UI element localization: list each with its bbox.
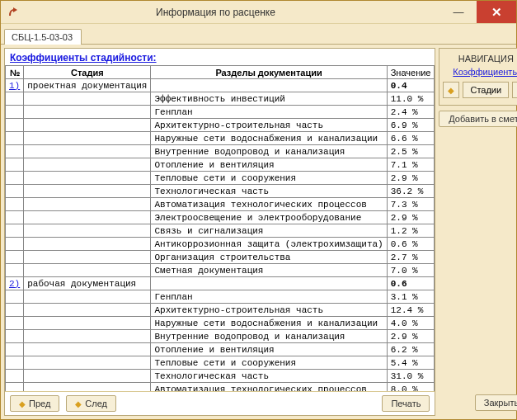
cell-value: 1.2 % [387, 224, 435, 238]
col-header-doc: Разделы документации [151, 66, 387, 79]
table-row: Тепловые сети и сооружения5.4 % [6, 356, 435, 370]
cell-doc: Связь и сигнализация [151, 224, 387, 238]
cell-no [6, 383, 24, 392]
table-row: Технологическая часть31.0 % [6, 370, 435, 383]
table-row: Сметная документация7.0 % [6, 264, 435, 277]
cell-value: 2.7 % [387, 251, 435, 264]
window-root: Информация по расценке — ✕ СБЦ-1.5-03-03… [0, 0, 517, 420]
diamond-icon: ◆ [19, 399, 26, 408]
cell-no [6, 224, 24, 238]
close-window-button[interactable]: ✕ [477, 1, 516, 23]
print-button[interactable]: Печать [382, 395, 430, 412]
cell-value: 12.4 % [387, 304, 435, 317]
next-button-label: След [85, 399, 107, 408]
side-footer: Закрыть [439, 391, 517, 416]
add-to-estimate-button[interactable]: Добавить в смету [439, 111, 517, 127]
stage-prev-button[interactable]: ◆ [443, 82, 459, 98]
cell-doc: Наружные сети водоснабжения и канализаци… [151, 317, 387, 330]
add-to-estimate-label: Добавить в смету [449, 114, 517, 124]
cell-doc: Архитектурно-строительная часть [151, 304, 387, 317]
titlebar: Информация по расценке — ✕ [1, 1, 516, 24]
cell-no[interactable]: 1) [6, 79, 24, 92]
main-panel: Коэффициенты стадийности: № Стадия Разде… [4, 48, 435, 416]
cell-stage [24, 304, 151, 317]
cell-no [6, 343, 24, 356]
cell-value: 2.4 % [387, 106, 435, 119]
cell-stage [24, 119, 151, 132]
cell-no [6, 304, 24, 317]
table-row: Автоматизация технологических процессов8… [6, 383, 435, 392]
table-row: Наружные сети водоснабжения и канализаци… [6, 132, 435, 145]
row-number-link[interactable]: 2) [9, 279, 20, 289]
next-button[interactable]: ◆ След [66, 395, 116, 412]
prev-button[interactable]: ◆ Пред [10, 395, 59, 412]
client-area: Коэффициенты стадийности: № Стадия Разде… [1, 45, 516, 419]
tab-strip: СБЦ-1.5-03-03 [1, 24, 516, 44]
cell-value: 31.0 % [387, 370, 435, 383]
cell-no[interactable]: 2) [6, 277, 24, 290]
cell-value: 11.0 % [387, 92, 435, 106]
cell-stage [24, 356, 151, 370]
cell-doc: Внутренние водопровод и канализация [151, 145, 387, 158]
table-row: Эффективность инвестиций11.0 % [6, 92, 435, 106]
app-icon [6, 6, 19, 19]
cell-value: 2.9 % [387, 211, 435, 224]
coefficients-link[interactable]: Коэффициенты [443, 67, 517, 77]
cell-stage [24, 198, 151, 211]
cell-no [6, 238, 24, 251]
cell-value: 4.0 % [387, 317, 435, 330]
tab-sbc[interactable]: СБЦ-1.5-03-03 [4, 29, 82, 45]
cell-no [6, 251, 24, 264]
cell-stage [24, 106, 151, 119]
cell-stage [24, 224, 151, 238]
cell-doc: Антикоррозионная защита (электрохимзащит… [151, 238, 387, 251]
cell-value: 7.3 % [387, 198, 435, 211]
table-row: Архитектурно-строительная часть12.4 % [6, 304, 435, 317]
cell-doc: Организация строительства [151, 251, 387, 264]
cell-stage [24, 264, 151, 277]
diamond-icon: ◆ [448, 86, 454, 95]
stage-next-button[interactable]: ◆ [512, 82, 517, 98]
print-button-label: Печать [391, 399, 421, 408]
table-scroll[interactable]: Коэффициенты стадийности: № Стадия Разде… [5, 49, 435, 391]
table-row: Внутренние водопровод и канализация2.5 % [6, 145, 435, 158]
cell-doc [151, 79, 387, 92]
table-row: Внутренние водопровод и канализация2.9 % [6, 330, 435, 343]
cell-value: 7.0 % [387, 264, 435, 277]
cell-no [6, 330, 24, 343]
cell-no [6, 132, 24, 145]
cell-value: 2.5 % [387, 145, 435, 158]
cell-value: 0.6 [387, 277, 435, 290]
table-row: Организация строительства2.7 % [6, 251, 435, 264]
close-button[interactable]: Закрыть [475, 394, 517, 411]
minimize-button[interactable]: — [440, 1, 477, 23]
cell-no [6, 198, 24, 211]
cell-value: 0.4 [387, 79, 435, 92]
cell-value: 6.9 % [387, 119, 435, 132]
cell-doc: Генплан [151, 106, 387, 119]
row-number-link[interactable]: 1) [9, 81, 20, 91]
navigation-box: НАВИГАЦИЯ Коэффициенты ◆ Стадии ◆ [439, 48, 517, 106]
window-title: Информация по расценке [24, 7, 440, 18]
col-header-value: Значение [387, 66, 435, 79]
cell-stage [24, 238, 151, 251]
cell-stage [24, 92, 151, 106]
cell-stage: проектная документация [24, 79, 151, 92]
table-row: 1)проектная документация0.4 [6, 79, 435, 92]
cell-stage [24, 172, 151, 185]
cell-value: 8.0 % [387, 383, 435, 392]
cell-value: 2.9 % [387, 172, 435, 185]
cell-stage [24, 158, 151, 172]
table-row: Тепловые сети и сооружения2.9 % [6, 172, 435, 185]
cell-value: 7.1 % [387, 158, 435, 172]
cell-doc: Эффективность инвестиций [151, 92, 387, 106]
cell-doc: Автоматизация технологических процессов [151, 383, 387, 392]
cell-doc: Архитектурно-строительная часть [151, 119, 387, 132]
cell-no [6, 317, 24, 330]
window-buttons: — ✕ [440, 1, 516, 23]
cell-value: 5.4 % [387, 356, 435, 370]
stages-label[interactable]: Стадии [463, 82, 509, 98]
table-row: Антикоррозионная защита (электрохимзащит… [6, 238, 435, 251]
cell-doc: Электроосвещение и электрооборудование [151, 211, 387, 224]
cell-doc: Автоматизация технологических процессов [151, 198, 387, 211]
